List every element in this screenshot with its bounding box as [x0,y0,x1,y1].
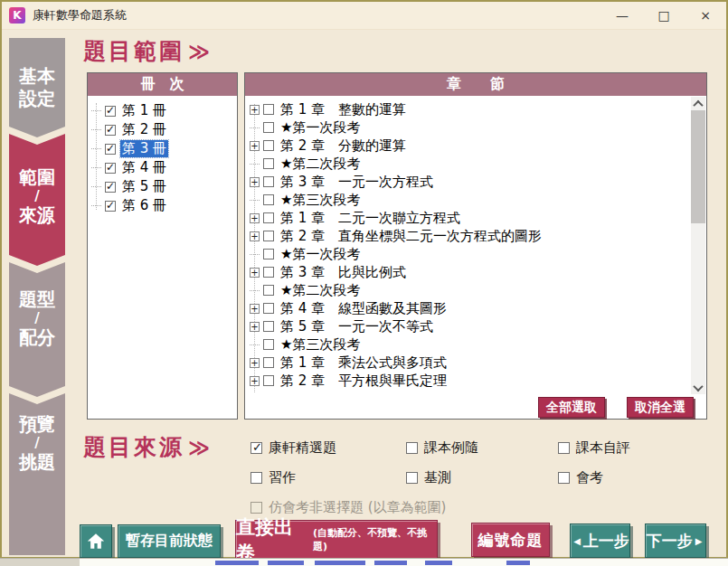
chapter-checkbox[interactable] [263,375,274,386]
minimize-icon[interactable]: — [601,2,643,29]
chapter-item[interactable]: 第 1 章 整數的運算 [246,100,691,118]
chapter-checkbox[interactable] [263,140,274,151]
chapter-label: 第 1 章 整數的運算 [279,101,408,118]
chapter-item[interactable]: ★第一次段考 [246,245,691,263]
volume-item[interactable]: 第 1 冊 [88,101,237,120]
direct-export-button[interactable]: 直接出卷 (自動配分、不預覽、不挑題) [235,520,438,559]
sidebar-tab-preview-pick[interactable]: 預覽 / 挑題 [9,393,65,555]
sidebar-tab-question-type[interactable]: 題型 / 配分 [9,262,65,397]
expand-icon[interactable] [250,268,260,278]
select-all-button[interactable]: 全部選取 [538,397,605,418]
source-option-workbook[interactable]: 習作 [251,469,296,486]
volume-checkbox[interactable] [105,144,116,155]
source-checkbox[interactable] [251,442,262,454]
chapter-checkbox[interactable] [263,194,274,205]
expand-icon[interactable] [250,231,260,241]
expand-icon[interactable] [250,376,260,386]
tree-line [250,127,260,128]
chapter-checkbox[interactable] [263,303,274,314]
volume-checkbox[interactable] [105,125,116,136]
tab-label: 範圍 [19,166,55,189]
chapter-scrollbar[interactable] [691,97,705,394]
expand-icon[interactable] [250,304,260,314]
expand-icon[interactable] [250,141,260,151]
titlebar: K 康軒數學命題系統 — □ × [2,2,726,30]
source-checkbox[interactable] [406,442,418,454]
chapter-item[interactable]: ★第二次段考 [246,281,691,299]
volume-item[interactable]: 第 6 冊 [88,196,237,215]
maximize-icon[interactable]: □ [643,2,685,29]
chapter-item[interactable]: ★第二次段考 [246,155,691,173]
scroll-up-icon[interactable] [691,97,705,110]
chapter-item[interactable]: ★第三次段考 [246,191,691,209]
chapter-label: 第 3 章 一元一次方程式 [279,174,435,191]
save-current-state-button[interactable]: 暫存目前狀態 [118,524,221,558]
previous-step-button[interactable]: ◀ 上一步 [570,524,630,558]
home-button[interactable] [80,524,112,558]
chapter-checkbox[interactable] [263,249,274,259]
source-checkbox[interactable] [251,472,262,484]
tree-line [91,167,101,168]
chapter-item[interactable]: 第 4 章 線型函數及其圖形 [246,299,691,317]
close-icon[interactable]: × [685,2,726,29]
chapter-label: 第 4 章 線型函數及其圖形 [279,300,449,317]
chapter-item[interactable]: 第 2 章 平方根與畢氏定理 [246,372,691,390]
volume-item[interactable]: 第 4 冊 [88,158,237,177]
source-option-textbook-examples[interactable]: 課本例隨 [406,439,478,457]
volume-checkbox[interactable] [105,163,116,174]
deselect-all-button[interactable]: 取消全選 [627,397,694,418]
tab-label: 設定 [19,88,55,110]
scrollbar-thumb[interactable] [691,110,705,223]
chapter-checkbox[interactable] [263,104,274,115]
numbered-exam-button[interactable]: 編號命題 [471,523,550,557]
app-window: K 康軒數學命題系統 — □ × 基本 設定 範圍 / 來源 題型 / 配分 預… [0,0,728,559]
sidebar-tab-range-source[interactable]: 範圍 / 來源 [9,134,65,266]
chapter-item[interactable]: 第 3 章 一元一次方程式 [246,173,691,191]
chapter-checkbox[interactable] [263,285,274,296]
expand-icon[interactable] [250,358,260,368]
volume-label: 第 5 冊 [120,178,168,195]
chapter-checkbox[interactable] [263,158,274,169]
source-option-comprehensive-exam[interactable]: 會考 [558,469,603,486]
volume-checkbox[interactable] [105,201,116,212]
next-step-button[interactable]: 下一步 ▶ [645,524,706,558]
scroll-down-icon[interactable] [691,381,705,394]
source-checkbox[interactable] [558,442,570,454]
chapter-checkbox[interactable] [263,122,274,133]
chapter-item[interactable]: 第 5 章 一元一次不等式 [246,317,691,335]
chapter-item[interactable]: 第 2 章 分數的運算 [246,137,691,155]
expand-icon[interactable] [250,177,260,187]
expand-icon[interactable] [250,105,260,115]
chapter-item[interactable]: ★第一次段考 [246,118,691,137]
source-option-kanghsuan-selected[interactable]: 康軒精選題 [251,439,336,457]
volume-item-selected[interactable]: 第 3 冊 [88,139,237,158]
chapter-item[interactable]: 第 1 章 乘法公式與多項式 [246,354,691,372]
tab-label: 挑題 [19,451,55,474]
left-arrow-icon: ◀ [573,536,581,546]
volume-checkbox[interactable] [105,182,116,193]
source-option-basic-test[interactable]: 基測 [406,469,451,486]
source-option-textbook-selfcheck[interactable]: 課本自評 [558,439,630,457]
tree-line [91,110,101,111]
chapter-item[interactable]: 第 2 章 直角坐標與二元一次方程式的圖形 [246,227,691,245]
chapter-checkbox[interactable] [263,212,274,223]
chapter-item[interactable]: 第 3 章 比與比例式 [246,263,691,281]
sidebar-tab-basic-settings[interactable]: 基本 設定 [9,38,65,137]
source-checkbox[interactable] [406,472,418,484]
expand-icon[interactable] [250,322,260,332]
volume-checkbox[interactable] [105,106,116,117]
volume-item[interactable]: 第 2 冊 [88,120,237,139]
tab-label: / [34,189,39,204]
range-title-text: 題目範圍 [83,38,184,64]
chapter-checkbox[interactable] [263,176,274,187]
chapter-checkbox[interactable] [263,357,274,368]
chapter-checkbox[interactable] [263,339,274,350]
source-checkbox[interactable] [558,472,570,484]
chapter-item[interactable]: ★第三次段考 [246,335,691,354]
chapter-checkbox[interactable] [263,267,274,278]
chapter-checkbox[interactable] [263,321,274,332]
chapter-checkbox[interactable] [263,231,274,241]
expand-icon[interactable] [250,213,260,223]
volume-item[interactable]: 第 5 冊 [88,177,237,196]
chapter-item[interactable]: 第 1 章 二元一次聯立方程式 [246,209,691,227]
